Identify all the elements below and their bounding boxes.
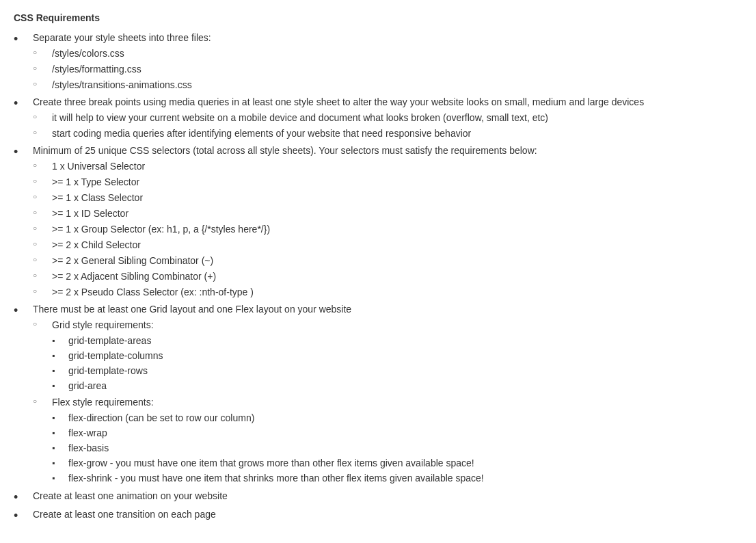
list-item: ○ >= 1 x Class Selector <box>33 191 742 205</box>
list-item: ○ /styles/colors.css <box>33 47 742 61</box>
list-item: ▪ grid-template-rows <box>52 364 742 378</box>
item-text: /styles/colors.css <box>52 47 742 61</box>
circle-icon: ○ <box>33 47 52 59</box>
circle-icon: ○ <box>33 78 52 90</box>
bullet-icon: • <box>14 302 33 319</box>
list-item: ○ /styles/formatting.css <box>33 62 742 77</box>
list-item: • Create at least one animation on your … <box>14 489 742 506</box>
sub-list: ○ 1 x Universal Selector ○ >= 1 x Type S… <box>33 159 742 300</box>
list-item: ○ >= 2 x Pseudo Class Selector (ex: :nth… <box>33 285 742 300</box>
square-icon: ▪ <box>52 364 68 378</box>
square-icon: ▪ <box>52 456 68 470</box>
requirements-list: • Separate your style sheets into three … <box>14 31 742 525</box>
item-text: >= 2 x Pseudo Class Selector (ex: :nth-o… <box>52 285 742 300</box>
list-item: ○ Grid style requirements: ▪ grid-templa… <box>33 318 742 394</box>
item-text: >= 2 x Child Selector <box>52 238 742 252</box>
bullet-icon: • <box>14 507 33 525</box>
circle-icon: ○ <box>33 254 52 266</box>
circle-icon: ○ <box>33 111 52 123</box>
square-icon: ▪ <box>52 441 68 455</box>
bullet-icon: • <box>14 95 33 112</box>
circle-icon: ○ <box>33 269 52 282</box>
item-text: Grid style requirements: <box>52 319 154 330</box>
square-icon: ▪ <box>52 349 68 362</box>
bullet-icon: • <box>14 489 33 506</box>
square-icon: ▪ <box>52 411 68 425</box>
list-item: • Separate your style sheets into three … <box>14 31 742 94</box>
item-text: grid-area <box>68 379 742 393</box>
list-item: ○ >= 2 x General Sibling Combinator (~) <box>33 254 742 268</box>
circle-icon: ○ <box>33 159 52 172</box>
list-item: ○ >= 1 x Group Selector (ex: h1, p, a {/… <box>33 222 742 237</box>
square-icon: ▪ <box>52 334 68 347</box>
item-text: >= 2 x Adjacent Sibling Combinator (+) <box>52 269 742 284</box>
square-icon: ▪ <box>52 426 68 440</box>
item-text: Minimum of 25 unique CSS selectors (tota… <box>33 145 537 156</box>
item-text: grid-template-columns <box>68 349 742 363</box>
circle-icon: ○ <box>33 62 52 75</box>
list-item: ○ start coding media queries after ident… <box>33 127 742 141</box>
item-text: flex-grow - you must have one item that … <box>68 456 742 471</box>
list-item: • Create at least one transition on each… <box>14 507 742 525</box>
list-item: ○ >= 1 x Type Selector <box>33 175 742 189</box>
item-text: Create at least one transition on each p… <box>33 509 216 520</box>
circle-icon: ○ <box>33 222 52 235</box>
circle-icon: ○ <box>33 395 52 408</box>
list-item: ▪ flex-shrink - you must have one item t… <box>52 471 742 486</box>
circle-icon: ○ <box>33 175 52 187</box>
item-text: grid-template-rows <box>68 364 742 378</box>
list-item: ▪ flex-basis <box>52 441 742 455</box>
list-item: • There must be at least one Grid layout… <box>14 302 742 488</box>
item-text: Separate your style sheets into three fi… <box>33 32 211 43</box>
square-icon: ▪ <box>52 471 68 485</box>
item-text: >= 1 x Group Selector (ex: h1, p, a {/*s… <box>52 222 742 237</box>
list-item: ○ >= 2 x Child Selector <box>33 238 742 252</box>
item-text: >= 1 x Class Selector <box>52 191 742 205</box>
item-text: flex-shrink - you must have one item tha… <box>68 471 742 486</box>
item-text: >= 1 x Type Selector <box>52 175 742 189</box>
item-text: flex-direction (can be set to row our co… <box>68 411 742 425</box>
circle-icon: ○ <box>33 191 52 203</box>
list-item: ○ Flex style requirements: ▪ flex-direct… <box>33 395 742 486</box>
list-item: ▪ flex-wrap <box>52 426 742 440</box>
item-text: Flex style requirements: <box>52 397 154 408</box>
item-text: Create at least one animation on your we… <box>33 490 228 501</box>
page-heading: CSS Requirements <box>14 11 742 25</box>
list-item: ▪ grid-template-columns <box>52 349 742 363</box>
item-text: flex-basis <box>68 441 742 455</box>
sub-list: ○ Grid style requirements: ▪ grid-templa… <box>33 318 742 486</box>
list-item: • Minimum of 25 unique CSS selectors (to… <box>14 144 742 301</box>
list-item: ○ 1 x Universal Selector <box>33 159 742 174</box>
sub-list: ○ it will help to view your current webs… <box>33 111 742 141</box>
item-text: /styles/formatting.css <box>52 62 742 77</box>
circle-icon: ○ <box>33 207 52 219</box>
item-text: There must be at least one Grid layout a… <box>33 304 351 315</box>
item-text: Create three break points using media qu… <box>33 96 644 107</box>
list-item: ○ it will help to view your current webs… <box>33 111 742 125</box>
list-item: ○ /styles/transitions-animations.css <box>33 78 742 92</box>
list-item: ▪ flex-grow - you must have one item tha… <box>52 456 742 471</box>
item-text: flex-wrap <box>68 426 742 440</box>
item-text: it will help to view your current websit… <box>52 111 742 125</box>
item-text: 1 x Universal Selector <box>52 159 742 174</box>
page-container: CSS Requirements • Separate your style s… <box>14 11 742 525</box>
list-item: ○ >= 1 x ID Selector <box>33 207 742 221</box>
sub-sub-list: ▪ grid-template-areas ▪ grid-template-co… <box>52 334 742 393</box>
sub-sub-list: ▪ flex-direction (can be set to row our … <box>52 411 742 486</box>
item-text: >= 1 x ID Selector <box>52 207 742 221</box>
circle-icon: ○ <box>33 285 52 297</box>
bullet-icon: • <box>14 144 33 161</box>
list-item: • Create three break points using media … <box>14 95 742 142</box>
item-text: >= 2 x General Sibling Combinator (~) <box>52 254 742 268</box>
bullet-icon: • <box>14 31 33 48</box>
circle-icon: ○ <box>33 238 52 250</box>
list-item: ▪ grid-template-areas <box>52 334 742 348</box>
list-item: ○ >= 2 x Adjacent Sibling Combinator (+) <box>33 269 742 284</box>
square-icon: ▪ <box>52 379 68 393</box>
circle-icon: ○ <box>33 318 52 330</box>
item-text: grid-template-areas <box>68 334 742 348</box>
list-item: ▪ flex-direction (can be set to row our … <box>52 411 742 425</box>
item-text: start coding media queries after identif… <box>52 127 742 141</box>
list-item: ▪ grid-area <box>52 379 742 393</box>
item-text: /styles/transitions-animations.css <box>52 78 742 92</box>
